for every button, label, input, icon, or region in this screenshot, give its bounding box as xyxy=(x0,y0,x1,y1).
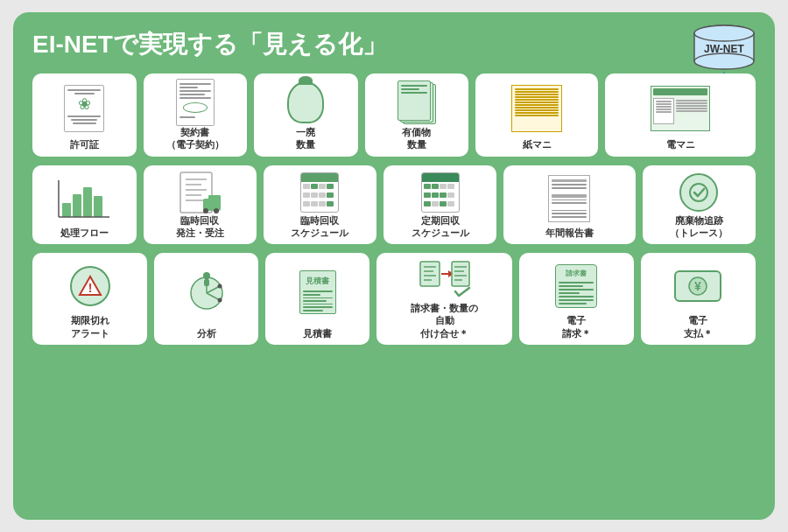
waste-bag-icon xyxy=(287,81,324,123)
svg-text:!: ! xyxy=(88,281,92,295)
waste-tracking-label: 廃棄物追跡 （トレース） xyxy=(670,214,728,240)
svg-point-23 xyxy=(690,184,707,201)
item-periodic-schedule: 定期回収 スケジュール xyxy=(383,165,496,245)
svg-rect-34 xyxy=(204,279,209,286)
item-e-payment: ¥ 電子 支払＊ xyxy=(641,253,756,345)
item-e-manifest: 電マニ xyxy=(605,74,756,157)
row2: 処理フロー 臨時回収 発注・ xyxy=(32,165,756,245)
paper-manifest-label: 紙マニ xyxy=(523,138,552,150)
svg-text:JW-NET: JW-NET xyxy=(704,43,744,55)
svg-rect-42 xyxy=(452,262,469,286)
paper-manifest-icon xyxy=(511,85,562,132)
page-title: EI-NETで実現する「見える化」 xyxy=(32,28,756,61)
expiry-alert-label: 期限切れ アラート xyxy=(71,314,109,340)
row3: ! 期限切れ アラート xyxy=(32,253,756,345)
temp-schedule-label: 臨時回収 スケジュール xyxy=(291,214,348,240)
temp-order-icon xyxy=(177,171,222,214)
valuables-qty-label: 有価物 数量 xyxy=(402,126,431,151)
svg-rect-7 xyxy=(62,203,71,217)
contract-doc-icon xyxy=(176,79,215,126)
main-card: EI-NETで実現する「見える化」 JW-NET 自動同期 xyxy=(13,12,775,520)
item-waste-qty: 一廃 数量 xyxy=(254,74,358,157)
svg-point-22 xyxy=(214,208,219,214)
svg-rect-9 xyxy=(83,187,92,217)
temp-schedule-icon xyxy=(300,172,339,213)
annual-report-icon xyxy=(548,175,590,222)
quotation-label: 見積書 xyxy=(303,327,332,340)
item-paper-manifest: 紙マニ xyxy=(475,74,598,157)
jwnet-cylinder: JW-NET xyxy=(693,24,756,70)
e-manifest-label: 電マニ xyxy=(666,138,695,150)
e-invoice-doc-icon: 請求書 xyxy=(555,264,597,308)
periodic-schedule-icon xyxy=(421,172,460,213)
analysis-icon xyxy=(185,270,229,314)
item-invoice-match: 請求書・数量の 自動 付け合せ＊ xyxy=(376,253,512,345)
item-waste-tracking: 廃棄物追跡 （トレース） xyxy=(643,165,756,245)
annual-report-label: 年間報告書 xyxy=(545,227,594,239)
svg-point-31 xyxy=(217,284,222,289)
analysis-label: 分析 xyxy=(197,327,216,340)
svg-point-2 xyxy=(694,53,754,69)
waste-tracking-icon xyxy=(679,173,718,212)
contract-label: 契約書 （電子契約） xyxy=(166,126,224,151)
valuables-stack-icon xyxy=(398,80,436,124)
permit-label: 許可証 xyxy=(70,138,99,150)
svg-rect-20 xyxy=(208,195,221,202)
process-flow-icon xyxy=(59,177,109,220)
item-temp-schedule: 臨時回収 スケジュール xyxy=(264,165,376,245)
permit-doc-icon: ❀ xyxy=(64,85,104,132)
row1: ❀ 許可証 契約書 （電子契 xyxy=(32,74,756,157)
e-manifest-icon xyxy=(651,86,710,131)
quotation-doc-icon: 見積書 xyxy=(299,270,336,314)
svg-rect-10 xyxy=(94,196,102,217)
item-permit: ❀ 許可証 xyxy=(32,74,137,157)
item-expiry-alert: ! 期限切れ アラート xyxy=(32,253,147,345)
temp-order-label: 臨時回収 発注・受注 xyxy=(176,214,224,240)
svg-rect-8 xyxy=(73,194,81,217)
item-valuables-qty: 有価物 数量 xyxy=(365,74,469,157)
svg-text:¥: ¥ xyxy=(695,279,702,293)
item-contract: 契約書 （電子契約） xyxy=(144,74,248,157)
waste-qty-label: 一廃 数量 xyxy=(296,126,315,151)
process-flow-label: 処理フロー xyxy=(60,227,109,239)
item-analysis: 分析 xyxy=(154,253,258,345)
svg-point-33 xyxy=(203,272,210,279)
svg-rect-35 xyxy=(420,262,440,286)
item-annual-report: 年間報告書 xyxy=(503,165,636,245)
svg-point-5 xyxy=(694,25,754,41)
e-payment-label: 電子 支払＊ xyxy=(684,314,713,340)
invoice-match-icon xyxy=(420,258,469,302)
svg-point-21 xyxy=(203,208,208,214)
e-payment-icon: ¥ xyxy=(673,266,722,306)
item-e-invoice: 請求書 電子 請求＊ xyxy=(519,253,634,345)
item-quotation: 見積書 見積書 xyxy=(265,253,369,345)
periodic-schedule-label: 定期回収 スケジュール xyxy=(412,214,469,240)
item-temp-order: 臨時回収 発注・受注 xyxy=(144,165,257,245)
e-invoice-label: 電子 請求＊ xyxy=(562,314,591,340)
item-process-flow: 処理フロー xyxy=(32,165,137,245)
invoice-match-label: 請求書・数量の 自動 付け合せ＊ xyxy=(411,302,478,340)
svg-point-32 xyxy=(217,298,222,303)
expiry-alert-icon: ! xyxy=(70,266,110,306)
